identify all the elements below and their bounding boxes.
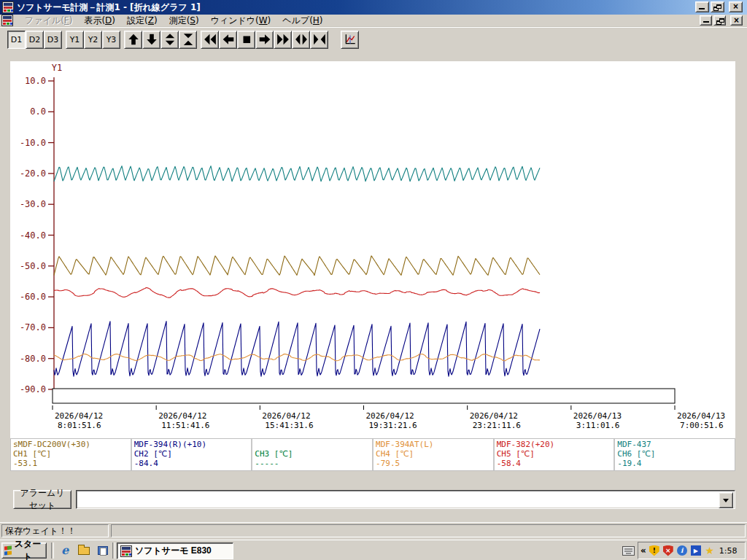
toolbar-button-scroll-up[interactable]	[124, 31, 142, 49]
toolbar-button-graph-setup[interactable]	[341, 31, 359, 49]
chart-panel: Y110.00.0-10.0-20.0-30.0-40.0-50.0-60.0-…	[10, 61, 735, 438]
taskbar-divider	[112, 542, 115, 559]
y-tick-label: 10.0	[25, 76, 46, 86]
toolbar-button-y1[interactable]: Y1	[66, 31, 84, 49]
alarm-reset-button[interactable]: アラームリセット	[13, 490, 71, 509]
legend-cell-ch6: MDF-437CH6 [℃]-19.4	[615, 439, 735, 470]
chevron-down-icon	[723, 499, 729, 502]
expand-vertical-icon	[163, 33, 177, 46]
restore-button[interactable]	[711, 1, 724, 12]
document-icon[interactable]	[1, 15, 13, 26]
combo-dropdown-button[interactable]	[719, 492, 733, 508]
toolbar-button-expand-vertical[interactable]	[160, 31, 179, 49]
y-axis-title: Y1	[52, 63, 62, 73]
x-tick-time: 3:11:01.6	[576, 421, 620, 430]
menu-bar: ファイル(F)表示(D)設定(Z)測定(S)ウィンドウ(W)ヘルプ(H) ×	[0, 15, 747, 27]
toolbar-button-y2[interactable]: Y2	[84, 31, 102, 49]
series-line-ch1	[54, 256, 540, 276]
mdi-minimize-button[interactable]	[700, 15, 712, 26]
mdi-close-button[interactable]: ×	[730, 15, 743, 26]
keyboard-icon[interactable]	[622, 546, 635, 556]
toolbar-button-compress-horizontal[interactable]	[310, 31, 328, 49]
x-tick-time: 23:21:11.6	[473, 421, 521, 430]
expand-horizontal-icon	[295, 33, 308, 46]
y-tick-label: -10.0	[20, 138, 46, 148]
y-tick-label: -80.0	[20, 354, 46, 364]
security-alert-shield-icon[interactable]: ×	[662, 545, 674, 556]
legend-name: sMDF-DC200V(+30)	[13, 440, 131, 449]
x-tick-time: 11:51:41.6	[161, 421, 209, 430]
graph-icon	[344, 33, 357, 46]
x-tick-date: 2026/04/12	[366, 411, 414, 421]
close-button[interactable]: ×	[729, 1, 743, 12]
show-desktop-icon[interactable]	[96, 544, 109, 557]
toolbar-button-compress-vertical[interactable]	[179, 31, 197, 49]
folder-icon[interactable]	[77, 544, 90, 557]
legend-name: MDF-394(R)(+10)	[134, 440, 252, 449]
menu-item-help[interactable]: ヘルプ(H)	[276, 14, 328, 28]
arrow-left-icon	[222, 33, 235, 46]
x-tick-date: 2026/04/12	[158, 411, 206, 421]
line-chart: Y110.00.0-10.0-20.0-30.0-40.0-50.0-60.0-…	[10, 61, 735, 438]
task-button-label: ソフトサーモ E830	[135, 545, 212, 557]
status-bar: 保存ウェイト！！	[0, 522, 747, 538]
alarm-combo-value	[80, 494, 719, 505]
toolbar-button-step-back[interactable]	[219, 31, 237, 49]
scroll-range-box[interactable]	[53, 389, 675, 403]
toolbar-button-d1[interactable]: D1	[7, 31, 26, 49]
toolbar-button-stop[interactable]	[237, 31, 255, 49]
legend-cell-ch1: sMDF-DC200V(+30)CH1 [℃]-53.1	[11, 439, 131, 470]
screen: ソフトサーモ計測－計測1 - [折れ線グラフ 1] × ファイル(F)表示(D)…	[0, 0, 747, 560]
menu-item-view[interactable]: 表示(D)	[78, 14, 121, 28]
rewind-icon	[204, 33, 217, 46]
minimize-button[interactable]	[695, 1, 709, 12]
toolbar-button-y3[interactable]: Y3	[102, 31, 120, 49]
toolbar-button-expand-horizontal[interactable]	[292, 31, 310, 49]
app-icon	[2, 1, 14, 13]
legend-cell-ch5: MDF-382(+20)CH5 [℃]-58.4	[495, 439, 614, 470]
arrow-up-icon	[127, 33, 140, 46]
tray-collapse-chevron-icon[interactable]: «	[640, 545, 646, 556]
taskbar-task-softthermo[interactable]: ソフトサーモ E830	[117, 542, 233, 559]
x-tick-date: 2026/04/12	[55, 411, 103, 421]
update-star-icon[interactable]: ★	[704, 545, 716, 556]
x-tick-time: 8:01:51.6	[58, 421, 101, 430]
x-tick-date: 2026/04/13	[677, 411, 725, 421]
legend-channel: CH3 [℃]	[255, 449, 372, 459]
client-area: Y110.00.0-10.0-20.0-30.0-40.0-50.0-60.0-…	[0, 51, 747, 522]
menu-item-settings[interactable]: 設定(Z)	[121, 14, 163, 28]
alarm-combo[interactable]	[76, 490, 735, 509]
compress-horizontal-icon	[313, 33, 326, 46]
y-tick-label: -70.0	[20, 322, 46, 332]
toolbar-button-d3[interactable]: D3	[44, 31, 62, 49]
security-warning-shield-icon[interactable]: !	[649, 545, 660, 556]
arrow-down-icon	[145, 33, 158, 46]
toolbar-button-fast-forward[interactable]	[274, 31, 292, 49]
toolbar-button-rewind[interactable]	[201, 31, 219, 49]
legend-value: -79.5	[376, 459, 493, 468]
x-tick-time: 7:00:51.6	[680, 421, 724, 430]
y-tick-label: -90.0	[20, 384, 46, 394]
internet-explorer-icon[interactable]: e	[58, 544, 71, 557]
legend-name: MDF-382(+20)	[497, 440, 614, 449]
title-bar: ソフトサーモ計測－計測1 - [折れ線グラフ 1] ×	[0, 0, 747, 15]
taskbar-divider	[51, 542, 54, 559]
close-icon: ×	[729, 2, 742, 12]
series-line-ch6	[54, 166, 540, 182]
media-play-icon[interactable]: ▶	[690, 545, 702, 556]
legend-value: -----	[255, 459, 372, 468]
app-icon	[120, 545, 132, 557]
toolbar-button-scroll-down[interactable]	[142, 31, 160, 49]
mdi-restore-button[interactable]	[713, 15, 726, 26]
toolbar-button-d2[interactable]: D2	[26, 31, 44, 49]
menu-item-window[interactable]: ウィンドウ(W)	[205, 14, 277, 28]
toolbar: D1 D2 D3 Y1 Y2 Y3	[0, 27, 747, 51]
menu-item-measure[interactable]: 測定(S)	[163, 14, 205, 28]
toolbar-button-step-forward[interactable]	[255, 31, 274, 49]
taskbar-clock: 1:58	[719, 546, 738, 556]
restore-icon	[713, 4, 721, 11]
info-balloon-icon[interactable]: i	[676, 545, 688, 556]
start-button[interactable]: スタート	[1, 542, 47, 559]
arrow-right-icon	[258, 33, 271, 46]
legend-channel: CH6 [℃]	[617, 449, 735, 459]
